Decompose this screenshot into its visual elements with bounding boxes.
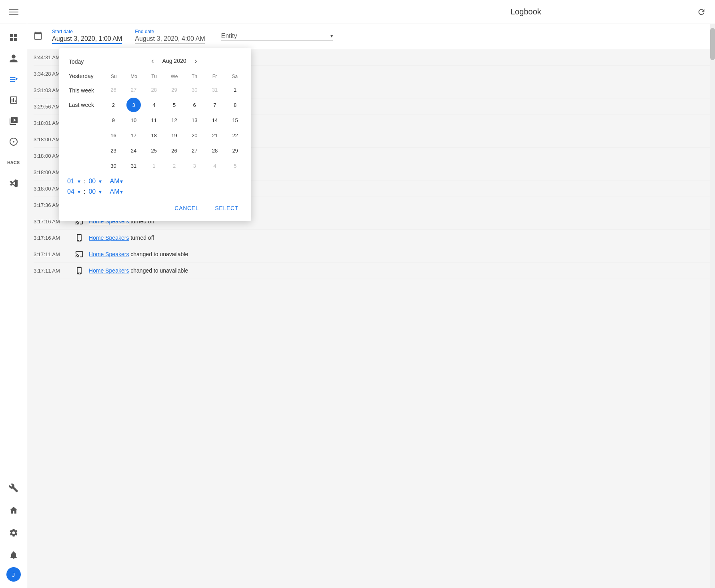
- calendar-day-19[interactable]: 19: [167, 128, 182, 142]
- page-title: Logbook: [364, 7, 688, 16]
- calendar-day-9[interactable]: 9: [106, 113, 120, 127]
- day-name-th: Th: [184, 72, 204, 81]
- ampm2-select[interactable]: AM ▾: [110, 188, 123, 195]
- day-names-row: Su Mo Tu We Th Fr Sa: [104, 72, 245, 81]
- calendar-days: 2627282930311234567891011121314151617181…: [104, 82, 245, 173]
- calendar-day-6[interactable]: 6: [187, 98, 202, 112]
- end-date-field[interactable]: End date August 3, 2020, 4:00 AM: [135, 29, 205, 44]
- entity-link[interactable]: Home Speakers: [89, 251, 129, 257]
- calendar-day-27[interactable]: 27: [187, 143, 202, 158]
- sidebar-item-wrench[interactable]: [4, 478, 23, 498]
- sidebar-item-home[interactable]: [4, 501, 23, 520]
- select-button[interactable]: SELECT: [208, 202, 245, 215]
- calendar-day-30-other[interactable]: 30: [187, 82, 202, 97]
- entity-link[interactable]: Home Speakers: [89, 267, 129, 274]
- scrollbar-thumb[interactable]: [710, 28, 715, 60]
- calendar-day-31-other[interactable]: 31: [208, 82, 222, 97]
- quick-last-week[interactable]: Last week: [66, 98, 97, 112]
- minute1-select[interactable]: 00 ▾: [88, 178, 102, 185]
- calendar-day-1[interactable]: 1: [228, 82, 242, 97]
- next-month-button[interactable]: ›: [190, 54, 202, 67]
- hour2-select[interactable]: 04 ▾: [67, 188, 80, 195]
- calendar-day-18[interactable]: 18: [147, 128, 161, 142]
- calendar-day-28-other[interactable]: 28: [147, 82, 161, 97]
- calendar-day-30[interactable]: 30: [106, 159, 120, 173]
- month-label: Aug 2020: [162, 58, 186, 64]
- refresh-button[interactable]: [694, 5, 709, 19]
- ampm2-value: AM: [110, 188, 119, 195]
- calendar-day-4-other[interactable]: 4: [208, 159, 222, 173]
- svg-rect-1: [9, 12, 18, 12]
- ampm2-arrow-icon: ▾: [120, 189, 123, 195]
- calendar-day-28[interactable]: 28: [208, 143, 222, 158]
- cancel-button[interactable]: CANCEL: [168, 202, 205, 215]
- calendar-day-7[interactable]: 7: [208, 98, 222, 112]
- calendar-day-31[interactable]: 31: [126, 159, 141, 173]
- calendar-day-16[interactable]: 16: [106, 128, 120, 142]
- sidebar-menu-button[interactable]: [0, 0, 27, 24]
- sidebar-item-history[interactable]: [4, 90, 23, 110]
- calendar-day-27-other[interactable]: 27: [126, 82, 141, 97]
- calendar-day-11[interactable]: 11: [147, 113, 161, 127]
- sidebar-item-target[interactable]: [4, 132, 23, 151]
- calendar-day-5[interactable]: 5: [167, 98, 182, 112]
- log-text: Home Speakers changed to unavailable: [89, 267, 188, 274]
- calendar-day-2[interactable]: 2: [106, 98, 120, 112]
- calendar-day-20[interactable]: 20: [187, 128, 202, 142]
- day-name-su: Su: [104, 72, 124, 81]
- calendar-day-8[interactable]: 8: [228, 98, 242, 112]
- prev-month-button[interactable]: ‹: [146, 54, 159, 67]
- toolbar: Start date August 3, 2020, 1:00 AM End d…: [27, 24, 715, 49]
- calendar-day-17[interactable]: 17: [126, 128, 141, 142]
- calendar-day-26[interactable]: 26: [167, 143, 182, 158]
- log-text: Home Speakers turned off: [89, 235, 154, 241]
- quick-today[interactable]: Today: [66, 54, 97, 69]
- calendar-day-10[interactable]: 10: [126, 113, 141, 127]
- entity-arrow-icon: ▾: [330, 33, 333, 39]
- calendar-day-3-other[interactable]: 3: [187, 159, 202, 173]
- sidebar-item-hacs[interactable]: HACS: [4, 153, 23, 172]
- menu-icon[interactable]: [4, 2, 23, 22]
- calendar-day-14[interactable]: 14: [208, 113, 222, 127]
- calendar-day-13[interactable]: 13: [187, 113, 202, 127]
- quick-yesterday[interactable]: Yesterday: [66, 69, 97, 83]
- calendar-day-2-other[interactable]: 2: [167, 159, 182, 173]
- log-entry: 3:17:11 AM Home Speakers changed to unav…: [34, 246, 715, 263]
- calendar-day-23[interactable]: 23: [106, 143, 120, 158]
- hour1-select[interactable]: 01 ▾: [67, 178, 80, 185]
- quick-this-week[interactable]: This week: [66, 83, 97, 98]
- sidebar-item-settings[interactable]: [4, 523, 23, 542]
- log-time: 3:17:11 AM: [34, 268, 70, 274]
- calendar-day-12[interactable]: 12: [167, 113, 182, 127]
- end-date-label: End date: [135, 29, 205, 34]
- quick-select-panel: Today Yesterday This week Last week: [66, 54, 104, 173]
- user-avatar[interactable]: J: [6, 567, 21, 582]
- calendar-day-29[interactable]: 29: [228, 143, 242, 158]
- sidebar-item-media[interactable]: [4, 111, 23, 130]
- start-date-field[interactable]: Start date August 3, 2020, 1:00 AM: [52, 29, 122, 44]
- calendar-day-3[interactable]: 3: [126, 98, 141, 112]
- calendar-day-24[interactable]: 24: [126, 143, 141, 158]
- sidebar-item-person[interactable]: [4, 49, 23, 68]
- calendar-day-26-other[interactable]: 26: [106, 82, 120, 97]
- entity-link[interactable]: Home Speakers: [89, 235, 129, 241]
- calendar-day-1-other[interactable]: 1: [147, 159, 161, 173]
- minute2-select[interactable]: 00 ▾: [88, 188, 102, 195]
- calendar-day-21[interactable]: 21: [208, 128, 222, 142]
- calendar-day-4[interactable]: 4: [147, 98, 161, 112]
- calendar-day-5-other[interactable]: 5: [228, 159, 242, 173]
- cast-icon: [74, 249, 84, 259]
- scrollbar[interactable]: [710, 24, 715, 588]
- sidebar-item-logbook[interactable]: [4, 70, 23, 89]
- sidebar-item-vscode[interactable]: [4, 174, 23, 193]
- entity-select[interactable]: Entity ▾: [221, 32, 333, 41]
- day-name-we: We: [164, 72, 184, 81]
- minute1-value: 00: [88, 178, 98, 185]
- sidebar-item-dashboard[interactable]: [4, 28, 23, 47]
- calendar-day-29-other[interactable]: 29: [167, 82, 182, 97]
- calendar-day-22[interactable]: 22: [228, 128, 242, 142]
- calendar-day-25[interactable]: 25: [147, 143, 161, 158]
- ampm1-select[interactable]: AM ▾: [110, 178, 123, 185]
- calendar-day-15[interactable]: 15: [228, 113, 242, 127]
- sidebar-item-bell[interactable]: [4, 546, 23, 565]
